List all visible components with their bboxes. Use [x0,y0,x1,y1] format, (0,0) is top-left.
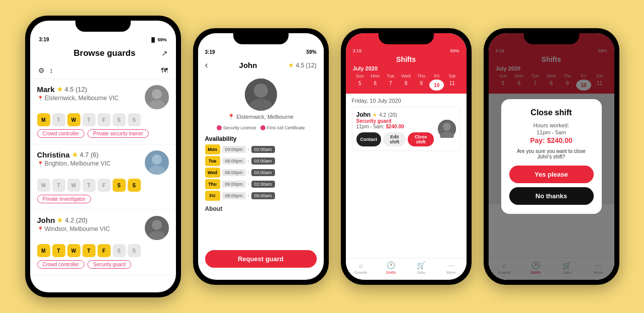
avail-day-wed: Wed [205,168,220,178]
calendar-row: 5 6 7 8 9 10 11 [353,80,459,91]
bottom-nav-3: ⌕ Guards 🕐 Shifts 🛒 Jobs ··· More [346,258,467,280]
guard-card-mark[interactable]: Mark ★ 4.5 (12) 📍 Elsternwick, Melbourne… [30,79,176,144]
days-row-john: M T W T F S S [37,244,169,257]
cal-day-10[interactable]: 10 [429,80,444,91]
edit-shift-button[interactable]: Edit shift [383,132,406,146]
avail-day-tue: Tue [205,156,220,166]
battery-1: ▐▌ 59% [150,37,166,42]
avail-start-wed: 06:00pm [222,169,246,176]
star-christina: ★ [72,151,78,159]
avail-arrow-tue: › [248,159,249,164]
avail-start-mon: 03:00pm [222,146,246,153]
shift-actions: Contact Edit shift Close shift [356,132,434,146]
day-M-mark: M [37,113,50,126]
close-shift-modal: Close shift Hours worked: 11pm - 5am Pay… [501,99,602,214]
no-thanks-button[interactable]: No thanks [509,187,594,205]
avatar-img-christina [145,150,169,175]
avatar-img-john [145,216,169,240]
guard-card-top-mark: Mark ★ 4.5 (12) 📍 Elsternwick, Melbourne… [37,85,169,109]
phone-close-shift: 3:19 59% Shifts July 2020 Sun Mon Tue We… [484,28,619,285]
shift-guard-name: John [356,111,371,118]
nav-guards-label-3: Guards [354,270,367,275]
cal-day-9[interactable]: 9 [414,80,429,91]
shift-avatar [438,120,456,138]
cal-day-8[interactable]: 8 [399,80,413,91]
shift-role: Security guard [356,118,434,124]
contact-button[interactable]: Contact [356,132,382,146]
close-shift-button[interactable]: Close shift [408,132,433,146]
badge-dot-2 [260,125,265,130]
day-S2-mark: S [128,113,141,126]
avail-end-tue: 03:00am [251,158,275,165]
phone-browse-guards: 3:19 ▐▌ 59% Browse guards ↗ ⚙ ↕ 🗺 [25,16,181,297]
export-icon[interactable]: ↗ [161,49,168,58]
toolbar-left: ⚙ ↕ [38,66,53,74]
calendar-header: Sun Mon Tue Wed Thu Fri Sat [353,73,459,79]
svg-point-1 [152,89,162,99]
phone3-screen: 3:19 69% Shifts July 2020 Sun Mon Tue We… [346,33,467,280]
day-M-john: M [37,244,50,257]
nav-jobs-3[interactable]: 🛒 Jobs [406,261,436,275]
modal-hours-label: Hours worked: [509,122,594,128]
day-T2-mark: T [82,113,96,126]
day-W-mark: W [67,113,80,126]
notch2 [233,33,289,44]
notch1 [75,21,131,32]
cal-day-11[interactable]: 11 [445,80,459,91]
nav-more-label-3: More [446,270,455,275]
request-btn-wrap: Request guard [198,246,324,272]
shift-star: ★ [373,112,377,118]
avail-end-mon: 02:00am [251,146,275,153]
back-button[interactable]: ‹ [205,60,208,70]
time-1: 3:19 [39,37,49,42]
nav-more-3[interactable]: ··· More [436,261,467,275]
cal-day-7[interactable]: 7 [384,80,398,91]
pin-mark: 📍 [37,96,43,101]
tag-crowd-john: Crowd controller [37,260,85,269]
guard-info-mark: Mark ★ 4.5 (12) 📍 Elsternwick, Melbourne… [37,85,145,102]
browse-header: Browse guards ↗ [30,44,176,63]
modal-title: Close shift [509,108,594,117]
avail-row-fri: Fri 08:00pm › 05:00am [205,191,317,201]
cal-day-6[interactable]: 6 [368,80,383,91]
pin-christina: 📍 [37,161,43,167]
svg-point-13 [443,123,451,131]
nav-guards-icon-3: ⌕ [359,261,363,269]
day-T2-christina: T [82,179,96,192]
request-guard-button[interactable]: Request guard [205,250,317,268]
tag-security-mark: Private security trainer [87,129,148,138]
day-S2-christina: S [128,179,141,192]
guard-card-christina[interactable]: Christina ★ 4.7 (6) 📍 Brighton, Melbourn… [30,144,176,210]
avail-row-tue: Tue 06:00pm › 03:00am [205,156,317,166]
avail-row-wed: Wed 06:00pm › 03:00am [205,168,317,178]
profile-location: 📍 Elsternwick, Melbourne [198,114,324,120]
nav-shifts-3[interactable]: 🕐 Shifts [376,261,406,275]
availability-title: Availability [205,135,317,142]
battery-2: 59% [306,49,316,55]
guard-card-john[interactable]: John ★ 4.2 (20) 📍 Windsor, Melbourne VIC [30,210,176,275]
shift-avatar-img [438,120,456,138]
pin-john: 📍 [37,226,43,232]
day-S2-john: S [128,244,141,257]
shift-pay: $240.00 [386,124,404,129]
map-icon[interactable]: 🗺 [161,66,168,74]
nav-guards-3[interactable]: ⌕ Guards [346,261,376,275]
filter-icon[interactable]: ⚙ [38,66,45,74]
profile-avatar [245,79,277,111]
avail-day-thu: Thu [205,179,220,189]
cal-label-tue: Tue [384,73,398,79]
yes-please-button[interactable]: Yes please [509,166,594,183]
shift-rating: 4.2 [379,112,386,118]
cal-day-5[interactable]: 5 [353,80,367,91]
phone-john-profile: 3:19 59% ‹ John ★ 4.5 (12) [193,28,329,285]
star-profile: ★ [288,61,294,69]
svg-point-7 [152,220,162,230]
star-mark: ★ [57,86,63,93]
sort-icon[interactable]: ↕ [50,66,53,74]
nav-more-icon-3: ··· [448,261,454,269]
rating-mark: 4.5 (12) [65,86,87,93]
cal-label-fri: Fri [429,73,444,79]
day-M-christina: M [37,179,50,192]
avail-end-thu: 01:00am [251,181,275,188]
profile-avatar-img [245,79,277,111]
